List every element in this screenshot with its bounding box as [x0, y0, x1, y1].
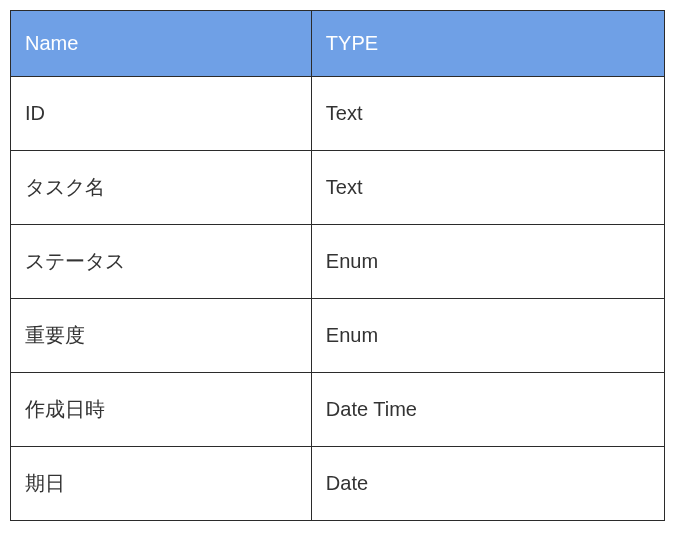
- cell-name: ステータス: [11, 225, 312, 299]
- cell-name: ID: [11, 77, 312, 151]
- header-type: TYPE: [311, 11, 664, 77]
- cell-type: Text: [311, 151, 664, 225]
- cell-type: Date Time: [311, 373, 664, 447]
- cell-name: タスク名: [11, 151, 312, 225]
- table-row: 作成日時 Date Time: [11, 373, 665, 447]
- table-row: ステータス Enum: [11, 225, 665, 299]
- table-row: 期日 Date: [11, 447, 665, 521]
- table-row: タスク名 Text: [11, 151, 665, 225]
- cell-type: Text: [311, 77, 664, 151]
- schema-table-container: Name TYPE ID Text タスク名 Text ステータス Enum 重…: [10, 10, 665, 521]
- cell-name: 作成日時: [11, 373, 312, 447]
- table-row: 重要度 Enum: [11, 299, 665, 373]
- table-row: ID Text: [11, 77, 665, 151]
- cell-type: Enum: [311, 225, 664, 299]
- schema-table: Name TYPE ID Text タスク名 Text ステータス Enum 重…: [10, 10, 665, 521]
- header-name: Name: [11, 11, 312, 77]
- table-header-row: Name TYPE: [11, 11, 665, 77]
- cell-type: Date: [311, 447, 664, 521]
- cell-name: 期日: [11, 447, 312, 521]
- cell-type: Enum: [311, 299, 664, 373]
- cell-name: 重要度: [11, 299, 312, 373]
